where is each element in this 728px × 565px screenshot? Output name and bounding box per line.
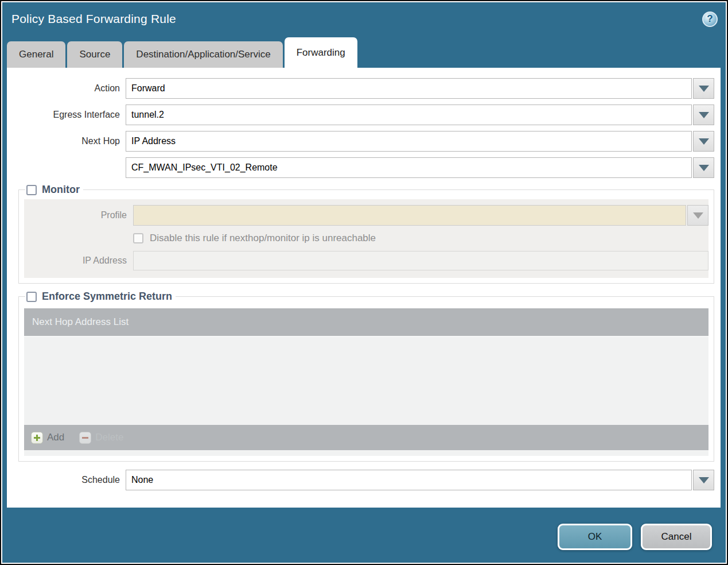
- profile-dropdown-button: [687, 205, 708, 226]
- egress-interface-combo: tunnel.2: [126, 105, 714, 125]
- dialog-title: Policy Based Forwarding Rule: [11, 12, 176, 26]
- table-bottom-strip: [24, 450, 708, 456]
- action-value[interactable]: Forward: [126, 78, 692, 99]
- chevron-down-icon: [699, 112, 709, 118]
- next-hop-address-list-table: Next Hop Address List Add Delete: [24, 308, 708, 456]
- chevron-down-icon: [699, 138, 709, 145]
- monitor-ip-address-label: IP Address: [24, 256, 133, 266]
- monitor-panel: Profile Disable this rule if nexthop/mon…: [24, 199, 708, 278]
- next-hop-combo: IP Address: [126, 131, 714, 152]
- delete-button: Delete: [79, 432, 123, 444]
- next-hop-dropdown-button[interactable]: [693, 131, 714, 152]
- enforce-symmetric-return-title: Enforce Symmetric Return: [42, 291, 172, 303]
- policy-based-forwarding-rule-dialog: Policy Based Forwarding Rule ? General S…: [0, 0, 728, 565]
- next-hop-label: Next Hop: [7, 136, 126, 146]
- next-hop-address-dropdown-button[interactable]: [693, 157, 714, 178]
- disable-rule-row: Disable this rule if nexthop/monitor ip …: [24, 233, 708, 244]
- profile-value: [133, 205, 686, 226]
- add-button[interactable]: Add: [31, 432, 64, 444]
- disable-rule-checkbox: [133, 233, 143, 243]
- tab-source[interactable]: Source: [67, 41, 122, 68]
- ok-button[interactable]: OK: [558, 524, 632, 550]
- next-hop-address-combo: CF_MWAN_IPsec_VTI_02_Remote: [126, 157, 714, 178]
- next-hop-address-value[interactable]: CF_MWAN_IPsec_VTI_02_Remote: [126, 157, 692, 178]
- help-icon[interactable]: ?: [702, 11, 718, 27]
- tab-general[interactable]: General: [7, 41, 65, 68]
- next-hop-address-list-body[interactable]: [24, 336, 708, 425]
- forwarding-tab-panel: Action Forward Egress Interface tunnel.2…: [7, 68, 721, 508]
- monitor-ip-address-row: IP Address: [24, 251, 708, 270]
- monitor-legend: Monitor: [25, 184, 83, 196]
- chevron-down-icon: [693, 212, 703, 219]
- chevron-down-icon: [699, 165, 709, 171]
- schedule-combo: None: [126, 470, 714, 490]
- monitor-title: Monitor: [42, 184, 80, 196]
- next-hop-address-list-header: Next Hop Address List: [24, 308, 708, 336]
- chevron-down-icon: [699, 86, 709, 92]
- enforce-symmetric-return-legend: Enforce Symmetric Return: [25, 291, 176, 303]
- schedule-value[interactable]: None: [126, 470, 692, 490]
- action-dropdown-button[interactable]: [693, 78, 714, 99]
- cancel-button[interactable]: Cancel: [641, 524, 712, 550]
- dialog-footer: OK Cancel: [1, 508, 727, 550]
- next-hop-value[interactable]: IP Address: [126, 131, 692, 152]
- egress-interface-row: Egress Interface tunnel.2: [7, 105, 714, 125]
- tab-destination-application-service[interactable]: Destination/Application/Service: [124, 41, 282, 68]
- enforce-symmetric-return-checkbox[interactable]: [26, 292, 37, 302]
- add-button-label: Add: [47, 432, 64, 443]
- profile-combo: [133, 205, 708, 226]
- profile-label: Profile: [24, 210, 133, 220]
- monitor-group: Monitor Profile Disable this rule if nex…: [18, 184, 714, 284]
- monitor-checkbox[interactable]: [26, 185, 37, 195]
- delete-button-label: Delete: [95, 432, 123, 443]
- profile-row: Profile: [24, 205, 708, 226]
- tab-forwarding[interactable]: Forwarding: [285, 37, 357, 68]
- schedule-row: Schedule None: [7, 470, 714, 490]
- action-label: Action: [7, 83, 126, 94]
- minus-icon: [79, 432, 91, 444]
- chevron-down-icon: [699, 477, 709, 483]
- egress-interface-label: Egress Interface: [7, 110, 126, 120]
- enforce-symmetric-return-group: Enforce Symmetric Return Next Hop Addres…: [18, 291, 714, 462]
- schedule-dropdown-button[interactable]: [693, 470, 714, 490]
- action-row: Action Forward: [7, 78, 714, 99]
- tab-bar: General Source Destination/Application/S…: [1, 37, 727, 68]
- dialog-titlebar: Policy Based Forwarding Rule ?: [1, 1, 727, 37]
- next-hop-row: Next Hop IP Address: [7, 131, 714, 152]
- next-hop-address-row: CF_MWAN_IPsec_VTI_02_Remote: [7, 157, 714, 178]
- monitor-ip-address-input: [133, 251, 708, 270]
- egress-interface-value[interactable]: tunnel.2: [126, 105, 692, 125]
- schedule-label: Schedule: [7, 475, 126, 485]
- disable-rule-label: Disable this rule if nexthop/monitor ip …: [150, 233, 376, 244]
- next-hop-address-list-toolbar: Add Delete: [24, 425, 708, 450]
- plus-icon: [31, 432, 43, 444]
- egress-interface-dropdown-button[interactable]: [693, 105, 714, 125]
- action-combo: Forward: [126, 78, 714, 99]
